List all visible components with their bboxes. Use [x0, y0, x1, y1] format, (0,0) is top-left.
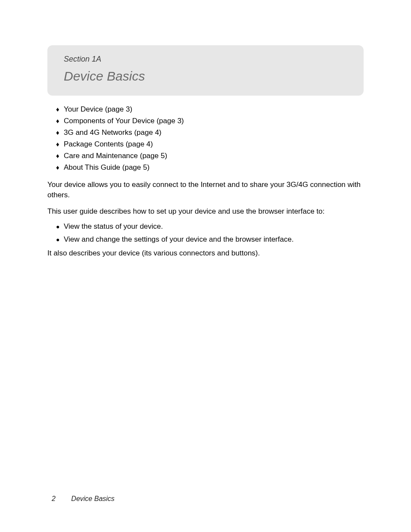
- section-label: Section 1A: [64, 55, 347, 64]
- bullet-icon: ●: [56, 223, 64, 230]
- list-item-label: View and change the settings of your dev…: [64, 235, 294, 244]
- diamond-icon: ♦: [56, 117, 64, 124]
- toc-item-label: About This Guide (page 5): [64, 163, 149, 172]
- page-number: 2: [52, 495, 56, 502]
- toc-item-label: Your Device (page 3): [64, 105, 132, 114]
- toc-item-label: Components of Your Device (page 3): [64, 117, 184, 125]
- list-item: ● View the status of your device.: [56, 222, 364, 231]
- diamond-icon: ♦: [56, 129, 64, 136]
- toc-item: ♦ Your Device (page 3): [56, 105, 364, 114]
- toc-item: ♦ Components of Your Device (page 3): [56, 117, 364, 125]
- table-of-contents: ♦ Your Device (page 3) ♦ Components of Y…: [56, 105, 364, 172]
- diamond-icon: ♦: [56, 164, 64, 171]
- section-header-box: Section 1A Device Basics: [47, 45, 364, 96]
- toc-item: ♦ Care and Maintenance (page 5): [56, 152, 364, 160]
- body-paragraph: It also describes your device (its vario…: [47, 248, 364, 258]
- list-item-label: View the status of your device.: [64, 222, 163, 231]
- toc-item-label: Care and Maintenance (page 5): [64, 152, 167, 160]
- bullet-icon: ●: [56, 236, 64, 243]
- diamond-icon: ♦: [56, 140, 64, 148]
- diamond-icon: ♦: [56, 152, 64, 159]
- toc-item: ♦ 3G and 4G Networks (page 4): [56, 128, 364, 137]
- list-item: ● View and change the settings of your d…: [56, 235, 364, 244]
- body-paragraph: Your device allows you to easily connect…: [47, 180, 364, 200]
- page-content: Section 1A Device Basics ♦ Your Device (…: [0, 0, 411, 258]
- page-footer: 2 Device Basics: [52, 495, 115, 503]
- toc-item: ♦ About This Guide (page 5): [56, 163, 364, 172]
- footer-title: Device Basics: [71, 495, 114, 502]
- section-title: Device Basics: [64, 69, 347, 84]
- bullet-list: ● View the status of your device. ● View…: [56, 222, 364, 244]
- diamond-icon: ♦: [56, 106, 64, 113]
- toc-item-label: Package Contents (page 4): [64, 140, 153, 149]
- body-paragraph: This user guide describes how to set up …: [47, 206, 364, 217]
- toc-item-label: 3G and 4G Networks (page 4): [64, 128, 162, 137]
- toc-item: ♦ Package Contents (page 4): [56, 140, 364, 149]
